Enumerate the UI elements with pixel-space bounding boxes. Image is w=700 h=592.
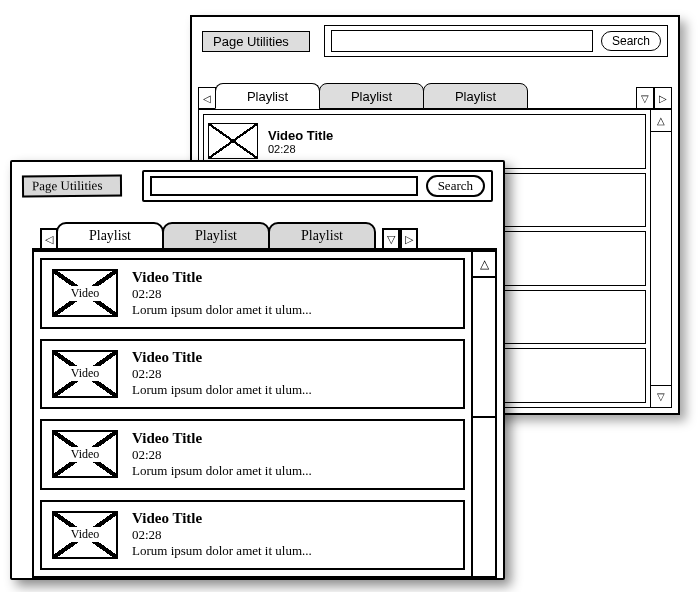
video-title: Video Title [268,128,333,143]
video-desc: Lorum ipsum dolor amet it ulum... [132,302,312,318]
video-title: Video Title [132,430,312,447]
list-item-text: Video Title 02:28 Lorum ipsum dolor amet… [132,430,312,479]
search-button[interactable]: Search [426,175,485,197]
search-input[interactable] [331,30,593,52]
scroll-track[interactable] [473,418,495,576]
video-duration: 02:28 [132,286,312,302]
video-thumb-icon: Video [52,511,118,559]
video-thumb-icon [208,123,258,159]
search-bar: Search [324,25,668,57]
tabs-prev-button[interactable]: ◁ [198,87,216,109]
tabs-next-button[interactable]: ▷ [400,228,418,250]
thumb-label: Video [69,366,102,381]
page-utilities-button[interactable]: Page Utilities [202,31,310,52]
scrollbar[interactable]: △ ▽ [650,109,672,408]
tab-playlist-3[interactable]: Playlist [268,222,376,250]
video-title: Video Title [132,510,312,527]
tab-playlist-1[interactable]: Playlist [215,83,320,109]
front-header: Page Utilities Search [12,162,503,210]
scroll-down-icon[interactable]: ▽ [651,385,671,407]
video-duration: 02:28 [268,143,333,155]
list-item[interactable]: Video Video Title 02:28 Lorum ipsum dolo… [40,419,465,490]
video-thumb-icon: Video [52,430,118,478]
tab-playlist-1[interactable]: Playlist [56,222,164,250]
tabs-row: ◁ Playlist Playlist Playlist ▽ ▷ [40,222,497,250]
tab-playlist-2[interactable]: Playlist [162,222,270,250]
front-window: Page Utilities Search ◁ Playlist Playlis… [10,160,505,580]
search-input[interactable] [150,176,417,196]
list-item-text: Video Title 02:28 Lorum ipsum dolor amet… [132,349,312,398]
video-thumb-icon: Video [52,350,118,398]
decorative-shadow [0,582,700,592]
scrollbar[interactable]: △ [471,250,497,578]
thumb-label: Video [69,527,102,542]
tab-playlist-3[interactable]: Playlist [423,83,528,109]
list-item-text: Video Title 02:28 Lorum ipsum dolor amet… [132,269,312,318]
list-item[interactable]: Video Video Title 02:28 Lorum ipsum dolo… [40,258,465,329]
video-desc: Lorum ipsum dolor amet it ulum... [132,463,312,479]
list-item-text: Video Title 02:28 [268,128,333,155]
search-bar: Search [142,170,493,202]
list-item-text: Video Title 02:28 Lorum ipsum dolor amet… [132,510,312,559]
search-button[interactable]: Search [601,31,661,51]
tabs-dropdown-button[interactable]: ▽ [382,228,400,250]
scroll-up-icon[interactable]: △ [651,110,671,132]
scroll-track[interactable] [651,132,671,385]
video-desc: Lorum ipsum dolor amet it ulum... [132,382,312,398]
tabs-next-button[interactable]: ▷ [654,87,672,109]
list-item[interactable]: Video Video Title 02:28 Lorum ipsum dolo… [40,339,465,410]
video-title: Video Title [132,269,312,286]
scroll-up-icon[interactable]: △ [473,252,495,278]
back-header: Page Utilities Search [192,17,678,65]
tabs-dropdown-button[interactable]: ▽ [636,87,654,109]
page-utilities-button[interactable]: Page Utilities [22,175,123,198]
thumb-label: Video [69,447,102,462]
video-duration: 02:28 [132,366,312,382]
video-duration: 02:28 [132,447,312,463]
video-desc: Lorum ipsum dolor amet it ulum... [132,543,312,559]
video-thumb-icon: Video [52,269,118,317]
thumb-label: Video [69,286,102,301]
tabs-row: ◁ Playlist Playlist Playlist ▽ ▷ [198,83,672,109]
video-list: Video Video Title 02:28 Lorum ipsum dolo… [32,250,471,578]
tab-playlist-2[interactable]: Playlist [319,83,424,109]
front-body: Video Video Title 02:28 Lorum ipsum dolo… [32,248,497,578]
video-title: Video Title [132,349,312,366]
scroll-thumb[interactable] [473,278,495,418]
video-duration: 02:28 [132,527,312,543]
list-item[interactable]: Video Video Title 02:28 Lorum ipsum dolo… [40,500,465,571]
